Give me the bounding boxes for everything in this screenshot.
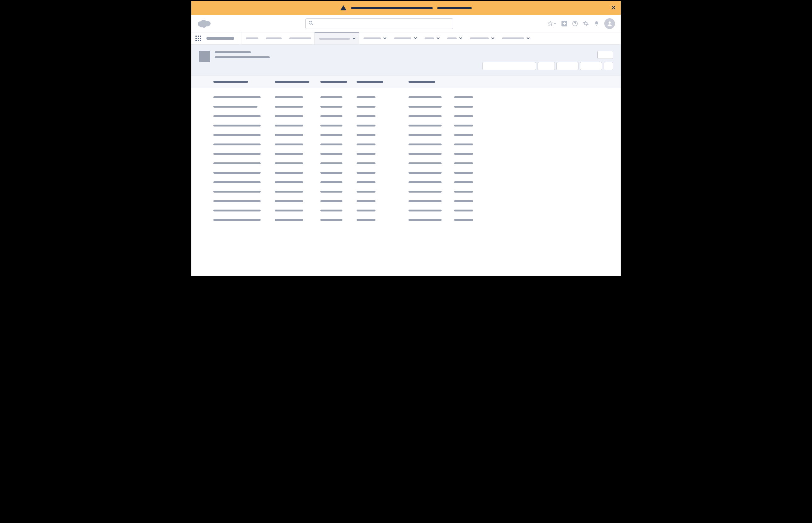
nav-tab-0[interactable] [241,32,261,44]
banner-text-1 [351,7,433,9]
nav-tab-6[interactable] [420,32,443,44]
gear-icon[interactable] [583,20,589,26]
table-cell [213,125,275,126]
table-cell [320,125,357,126]
column-header-0[interactable] [213,81,275,83]
table-row[interactable] [213,168,613,178]
app-launcher-icon[interactable] [191,32,205,44]
action-button-2[interactable] [556,62,578,70]
banner-text-2 [437,7,472,9]
nav-tab-label [319,38,350,40]
table-row[interactable] [213,187,613,196]
table-cell [213,200,275,202]
action-button-3[interactable] [580,62,602,70]
table-row[interactable] [213,111,613,121]
chevron-down-icon[interactable] [353,37,356,41]
table-cell [213,115,275,117]
nav-tab-7[interactable] [443,32,466,44]
table-row[interactable] [213,121,613,130]
chevron-down-icon[interactable] [459,36,462,40]
table-row[interactable] [213,92,613,102]
table-cell [320,210,357,212]
nav-tab-5[interactable] [390,32,420,44]
nav-tab-label [394,37,411,39]
table-cell [213,191,275,193]
table-cell [320,96,357,98]
favorite-icon[interactable] [548,21,556,26]
action-button-1[interactable] [538,62,555,70]
salesforce-logo[interactable] [197,19,211,28]
table-cell [213,153,275,155]
chevron-down-icon[interactable] [526,36,530,40]
table-row[interactable] [213,196,613,206]
svg-point-4 [199,23,204,28]
table-cell [409,191,454,193]
chevron-down-icon[interactable] [491,36,494,40]
nav-tab-9[interactable] [498,32,533,44]
table-cell [275,210,320,212]
nav-tab-label [266,37,282,39]
table-row[interactable] [213,130,613,140]
table-cell [357,191,409,193]
svg-point-11 [609,21,611,23]
table-cell [357,134,409,136]
table-cell [213,144,275,145]
bell-icon[interactable] [594,20,599,26]
table-cell [454,144,479,145]
nav-tab-1[interactable] [261,32,285,44]
action-button-4[interactable] [603,62,613,70]
table-cell [454,210,479,212]
table-cell [409,106,454,108]
table-cell [275,106,320,108]
add-icon[interactable] [561,21,567,26]
table-cell [320,115,357,117]
warning-banner: ✕ [191,1,621,15]
column-header-1[interactable] [275,81,320,83]
table-row[interactable] [213,178,613,187]
search-icon [308,20,313,26]
table-row[interactable] [213,206,613,215]
nav-tab-label [246,37,258,39]
table-cell [454,125,479,126]
user-avatar[interactable] [604,18,615,29]
table-row[interactable] [213,140,613,149]
nav-tab-label [502,37,524,39]
table-row[interactable] [213,102,613,111]
table-cell [357,210,409,212]
column-header-4[interactable] [409,81,454,83]
table-body [191,88,621,276]
table-cell [275,191,320,193]
table-cell [213,96,275,98]
column-header-2[interactable] [320,81,357,83]
search-input[interactable] [305,18,453,29]
help-icon[interactable] [572,21,578,26]
nav-tab-2[interactable] [285,32,314,44]
column-header-3[interactable] [357,81,409,83]
table-cell [275,96,320,98]
table-row[interactable] [213,149,613,159]
table-cell [213,162,275,164]
table-row[interactable] [213,159,613,168]
action-button-0[interactable] [483,62,536,70]
table-cell [357,125,409,126]
chevron-down-icon[interactable] [414,36,417,40]
table-cell [213,210,275,212]
table-row[interactable] [213,215,613,225]
table-cell [320,200,357,202]
chevron-down-icon[interactable] [436,36,440,40]
chevron-down-icon[interactable] [383,36,386,40]
nav-tab-3[interactable] [314,32,359,44]
header-top-button[interactable] [597,51,613,59]
nav-tab-label [447,37,457,39]
nav-tab-8[interactable] [466,32,498,44]
table-cell [357,219,409,221]
nav-tab-4[interactable] [359,32,390,44]
close-icon[interactable]: ✕ [611,4,616,11]
table-cell [454,96,479,98]
table-header [191,75,621,88]
nav-tab-label [470,37,489,39]
table-cell [409,96,454,98]
table-cell [409,219,454,221]
table-cell [357,200,409,202]
table-cell [275,172,320,174]
